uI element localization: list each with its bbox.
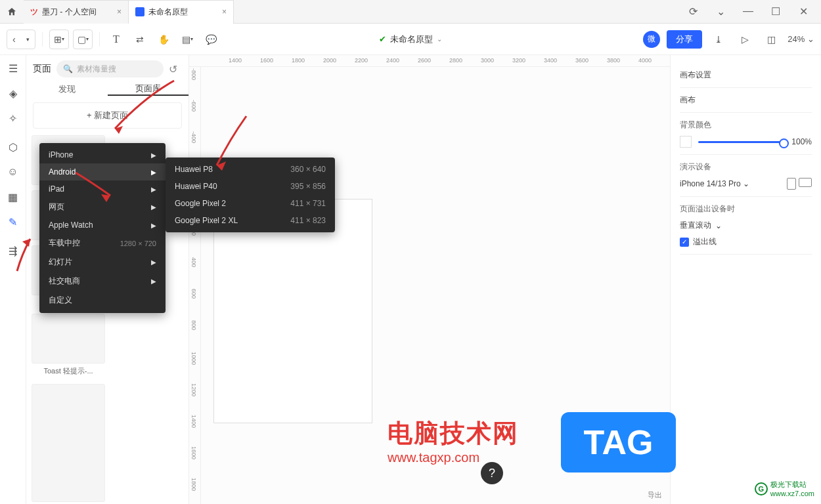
shape-button[interactable]: ▢▾ — [73, 30, 93, 49]
back-button[interactable]: ‹▾ — [7, 30, 35, 49]
text-tool[interactable]: T — [106, 30, 126, 49]
left-rail: ☰ ◈ ✧ ⬡ ☺ ▦ ✎ ⇶ — [0, 55, 26, 504]
overflow-line-label: 溢出线 — [693, 236, 717, 247]
ctx-item-幻灯片[interactable]: 幻灯片▶ — [39, 253, 166, 272]
tag-watermark: TAG — [561, 412, 676, 472]
zoom-level[interactable]: 24% ⌄ — [788, 34, 814, 44]
section-title: 画布 — [680, 94, 812, 106]
annotation-arrow — [210, 113, 256, 172]
home-icon[interactable] — [0, 7, 24, 17]
refresh-icon[interactable]: ⟳ — [686, 5, 700, 18]
chevron-down-icon[interactable]: ⌄ — [713, 5, 728, 18]
chevron-down-icon: ⌄ — [437, 35, 442, 43]
image-icon[interactable]: ▦ — [7, 190, 20, 203]
close-window-icon[interactable]: ✕ — [796, 5, 810, 18]
play-icon[interactable]: ▷ — [735, 30, 755, 49]
close-icon[interactable]: × — [117, 7, 122, 16]
section-title: 画布设置 — [680, 70, 812, 81]
ctx-item-社交电商[interactable]: 社交电商▶ — [39, 272, 166, 291]
note-tool[interactable]: ▤▾ — [177, 30, 197, 49]
opacity-slider[interactable] — [698, 141, 785, 143]
overflow-label: 页面溢出设备时 — [680, 203, 812, 215]
demo-device-label: 演示设备 — [680, 161, 812, 173]
ruler-vertical: -800-600 -400-200 0200 400600 8001000 12… — [189, 67, 201, 504]
panel-title: 页面 — [33, 63, 51, 75]
doc-icon — [135, 7, 144, 16]
device-context-menu: iPhone▶Android▶iPad▶网页▶Apple Watch▶车载中控1… — [39, 143, 166, 313]
search-icon: 🔍 — [63, 64, 73, 74]
browser-tab-workspace[interactable]: ツ 墨刀 - 个人空间 × — [24, 0, 129, 24]
sub-item-huawei-p40[interactable]: Huawei P40395 × 856 — [166, 178, 335, 195]
artboard[interactable] — [214, 200, 372, 423]
close-icon[interactable]: × — [222, 7, 227, 16]
ctx-item-iphone[interactable]: iPhone▶ — [39, 146, 166, 163]
tab-discover[interactable]: 发现 — [26, 83, 108, 96]
download-icon[interactable]: ⤓ — [709, 30, 728, 49]
download-site-badge: G 极光下载站www.xz7.com — [755, 480, 814, 497]
comment-tool[interactable]: 💬 — [201, 30, 221, 49]
ctx-item-apple-watch[interactable]: Apple Watch▶ — [39, 217, 166, 234]
export-label[interactable]: 导出 — [648, 490, 662, 500]
scroll-select[interactable]: 垂直滚动 ⌄ — [680, 220, 812, 231]
emoji-icon[interactable]: ☺ — [7, 165, 20, 178]
device-select[interactable]: iPhone 14/13 Pro ⌄ — [680, 179, 749, 188]
titlebar: ツ 墨刀 - 个人空间 × 未命名原型 × ⟳ ⌄ — ☐ ✕ — [0, 0, 821, 24]
layers-icon[interactable]: ◈ — [7, 87, 20, 100]
check-circle-icon: ✔ — [379, 34, 386, 44]
annotation-arrow — [72, 169, 118, 202]
orientation-toggle[interactable] — [787, 178, 812, 190]
search-input[interactable]: 🔍 素材海量搜 — [56, 60, 164, 77]
connector-tool[interactable]: ⇄ — [130, 30, 150, 49]
right-panel: 画布设置 画布 背景颜色 100% 演示设备 iPhone 14/13 Pro … — [670, 55, 821, 504]
cube-icon[interactable]: ⬡ — [7, 140, 20, 154]
wechat-badge[interactable]: 微 — [643, 31, 660, 48]
template-card[interactable] — [32, 384, 105, 502]
browser-tab-prototype[interactable]: 未命名原型 × — [129, 0, 234, 24]
sub-item-google-pixel-2-xl[interactable]: Google Pixel 2 XL411 × 823 — [166, 212, 335, 229]
toolbar: ‹▾ ⊞▾ ▢▾ T ⇄ ✋ ▤▾ 💬 ✔ 未命名原型 ⌄ 微 分享 ⤓ ▷ ◫… — [0, 24, 821, 55]
annotation-arrow — [12, 235, 38, 274]
window-controls: ⟳ ⌄ — ☐ ✕ — [686, 5, 821, 18]
sub-item-google-pixel-2[interactable]: Google Pixel 2411 × 731 — [166, 195, 335, 212]
share-button[interactable]: 分享 — [667, 30, 702, 49]
hand-tool[interactable]: ✋ — [154, 30, 173, 49]
tab-label: 未命名原型 — [148, 7, 188, 18]
watermark: 电脑技术网 www.tagxp.com — [388, 417, 519, 465]
template-card[interactable]: Toast 轻提示-... — [32, 314, 105, 379]
components-icon[interactable]: ✧ — [7, 112, 20, 125]
template-icon[interactable]: ✎ — [7, 215, 20, 228]
ruler-horizontal: 14001600 18002000 22002400 26002800 3000… — [189, 55, 670, 67]
tab-label: 墨刀 - 个人空间 — [42, 7, 97, 18]
color-swatch[interactable] — [680, 136, 692, 148]
ctx-item-车载中控[interactable]: 车载中控1280 × 720 — [39, 234, 166, 253]
doc-title[interactable]: ✔ 未命名原型 ⌄ — [379, 33, 442, 45]
annotation-arrow — [105, 77, 177, 136]
list-icon[interactable]: ☰ — [7, 62, 20, 75]
maximize-icon[interactable]: ☐ — [768, 5, 783, 18]
add-frame-button[interactable]: ⊞▾ — [49, 30, 69, 49]
panel-toggle-icon[interactable]: ◫ — [761, 30, 781, 49]
minimize-icon[interactable]: — — [741, 5, 755, 18]
app-logo-icon: ツ — [30, 7, 38, 18]
history-icon[interactable]: ↺ — [169, 63, 182, 75]
ctx-item-自定义[interactable]: 自定义 — [39, 291, 166, 310]
help-fab[interactable]: ? — [481, 462, 503, 484]
overflow-checkbox[interactable]: ✓ — [680, 238, 689, 247]
opacity-value: 100% — [791, 137, 812, 146]
bg-color-label: 背景颜色 — [680, 119, 812, 131]
